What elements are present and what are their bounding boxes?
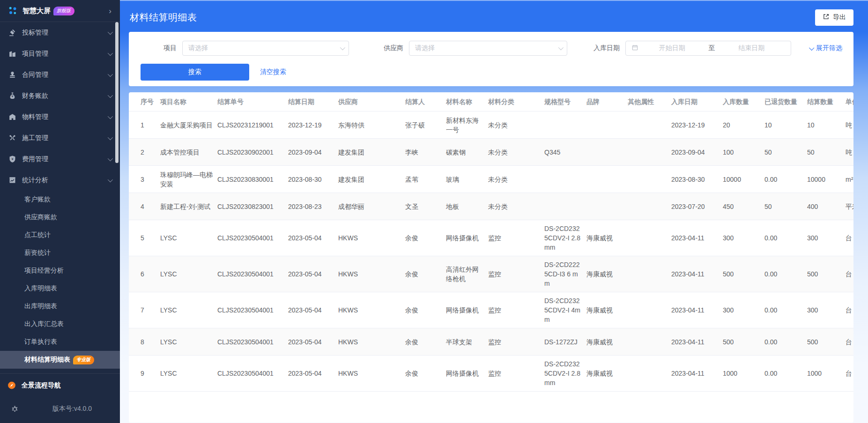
svg-text:¥: ¥ [11, 95, 13, 98]
column-header: 供应商 [338, 92, 405, 111]
sidebar-item-2[interactable]: 项目管理 [0, 43, 120, 64]
sidebar-subitem-2[interactable]: 供应商账款 [0, 208, 120, 226]
table-cell: 2023-05-04 [288, 305, 338, 315]
supplier-filter-label: 供应商 [384, 44, 403, 52]
sidebar-item-6[interactable]: 施工管理 [0, 127, 120, 148]
shield-icon: ¥ [8, 155, 16, 163]
column-header: 结算日期 [288, 92, 338, 111]
sidebar: 智慧大屏 旗舰版 › 投标管理项目管理合同管理¥财务账款物料管理施工管理¥费用管… [0, 0, 120, 423]
chevron-down-icon [108, 92, 113, 97]
column-header: 入库数量 [723, 92, 764, 111]
table-row[interactable]: 9LYSCCLJS202305040012023-05-04HKWS余俊网络摄像… [129, 356, 853, 392]
inbound-date-range-input[interactable]: 开始日期 至 结束日期 [625, 41, 791, 56]
sidebar-item-5[interactable]: 物料管理 [0, 106, 120, 127]
table-cell: 2023-05-04 [288, 337, 338, 347]
table-cell: 0.00 [764, 175, 807, 184]
sidebar-subitem-5[interactable]: 项目经营分析 [0, 262, 120, 280]
export-button[interactable]: 导出 [815, 9, 853, 26]
inbound-date-filter-label: 入库日期 [594, 44, 620, 52]
table-cell: 建发集团 [338, 175, 405, 184]
table-cell: 新建工程-刘-测试 [160, 202, 217, 211]
table-cell: DS-2CD2325CDV2-I 2.8mm [544, 224, 586, 252]
sidebar-subitem-8[interactable]: 出入库汇总表 [0, 315, 120, 333]
sidebar-subitem-1[interactable]: 客户账款 [0, 191, 120, 208]
sidebar-item-3[interactable]: 合同管理 [0, 64, 120, 85]
sidebar-item-8[interactable]: 统计分析 [0, 170, 120, 191]
compass-icon [7, 381, 16, 390]
chevron-down-icon [340, 45, 345, 50]
column-header: 单位 [846, 92, 853, 111]
table-cell: 400 [807, 202, 846, 211]
search-button[interactable]: 搜索 [141, 64, 249, 81]
sidebar-item-4[interactable]: ¥财务账款 [0, 85, 120, 106]
export-label: 导出 [833, 13, 846, 22]
table-cell: 10 [764, 120, 807, 130]
table-row[interactable]: 2成本管控项目CLJS202309020012023-09-04建发集团李峡碳素… [129, 139, 853, 166]
column-header: 结算单号 [217, 92, 288, 111]
warehouse-icon [8, 113, 16, 121]
sidebar-logo-row[interactable]: 智慧大屏 旗舰版 › [0, 0, 120, 22]
table-row[interactable]: 4新建工程-刘-测试CLJS202308230012023-08-23成都华丽文… [129, 193, 853, 220]
table-cell: 1000 [807, 369, 846, 378]
table-cell: 2023-04-11 [671, 369, 723, 378]
sidebar-item-label: 合同管理 [22, 71, 48, 79]
sidebar-item-label: 项目管理 [22, 50, 48, 58]
sidebar-item-7[interactable]: ¥费用管理 [0, 148, 120, 170]
sidebar-item-label: 财务账款 [22, 92, 48, 100]
sidebar-item-process-navigation[interactable]: 全景流程导航 [0, 375, 120, 396]
filter-panel: 项目 请选择 供应商 请选择 入库日期 开始日期 [129, 32, 853, 86]
settlement-table-card: 序号项目名称结算单号结算日期供应商结算人材料名称材料分类规格型号品牌其他属性入库… [129, 92, 853, 423]
table-row[interactable]: 5LYSCCLJS202305040012023-05-04HKWS余俊网络摄像… [129, 220, 853, 256]
expand-filters-label: 展开筛选 [816, 44, 842, 52]
expand-filters-link[interactable]: 展开筛选 [809, 44, 842, 52]
table-cell: 100 [723, 148, 764, 157]
table-cell: 0.00 [764, 233, 807, 243]
table-cell: 半球支架 [446, 337, 488, 347]
table-cell: 300 [723, 233, 764, 243]
sidebar-scrollbar-thumb[interactable] [115, 22, 119, 163]
table-cell: 金融大厦采购项目 [160, 120, 217, 130]
table-cell: 监控 [488, 233, 544, 243]
sidebar-subitem-9[interactable]: 订单执行表 [0, 333, 120, 351]
gear-icon[interactable] [10, 405, 19, 413]
sidebar-subitem-10[interactable]: 材料结算明细表专业版 [0, 351, 120, 369]
table-row[interactable]: 6LYSCCLJS202305040012023-05-04HKWS余俊高清红外… [129, 256, 853, 292]
table-cell: 500 [723, 337, 764, 347]
page-title: 材料结算明细表 [130, 11, 197, 24]
table-cell: CLJS20230504001 [217, 369, 288, 378]
flagship-badge: 旗舰版 [53, 7, 74, 15]
chevron-down-icon [558, 45, 564, 50]
supplier-select[interactable]: 请选择 [409, 41, 567, 56]
table-cell: 300 [807, 305, 846, 315]
sidebar-subitem-7[interactable]: 出库明细表 [0, 297, 120, 315]
table-cell: 网络摄像机 [446, 305, 488, 315]
sidebar-subitem-3[interactable]: 点工统计 [0, 226, 120, 244]
sidebar-subitem-label: 项目经营分析 [24, 267, 64, 275]
table-row[interactable]: 8LYSCCLJS202305040012023-05-04HKWS余俊半球支架… [129, 328, 853, 356]
sidebar-divider [0, 373, 120, 374]
table-cell: 2023-12-19 [671, 120, 723, 130]
table-cell: 海康威视 [586, 233, 628, 243]
table-cell: 张子硕 [405, 120, 446, 130]
table-cell: 2023-05-04 [288, 369, 338, 378]
sidebar-item-1[interactable]: 投标管理 [0, 22, 120, 43]
chevron-down-icon [108, 156, 113, 161]
table-cell: 余俊 [405, 305, 446, 315]
table-cell: 余俊 [405, 369, 446, 378]
sidebar-subitem-label: 出入库汇总表 [24, 320, 64, 328]
table-cell: 0.00 [764, 369, 807, 378]
table-row[interactable]: 3珠穆朗玛峰—电梯安装CLJS202308300012023-08-30建发集团… [129, 166, 853, 193]
clear-search-link[interactable]: 清空搜索 [260, 68, 286, 76]
sidebar-subitem-6[interactable]: 入库明细表 [0, 280, 120, 297]
date-range-separator: 至 [706, 44, 718, 52]
table-cell: 10 [807, 120, 846, 130]
table-cell: LYSC [160, 305, 217, 315]
project-select[interactable]: 请选择 [182, 41, 349, 56]
table-row[interactable]: 1金融大厦采购项目CLJS202312190012023-12-19东海特供张子… [129, 111, 853, 139]
sidebar-subitem-4[interactable]: 薪资统计 [0, 244, 120, 262]
table-cell: 500 [807, 269, 846, 279]
table-row[interactable]: 7LYSCCLJS202305040012023-05-04HKWS余俊网络摄像… [129, 292, 853, 328]
table-cell: 2023-08-23 [288, 202, 338, 211]
table-cell: 2023-04-11 [671, 305, 723, 315]
table-cell: HKWS [338, 233, 405, 243]
